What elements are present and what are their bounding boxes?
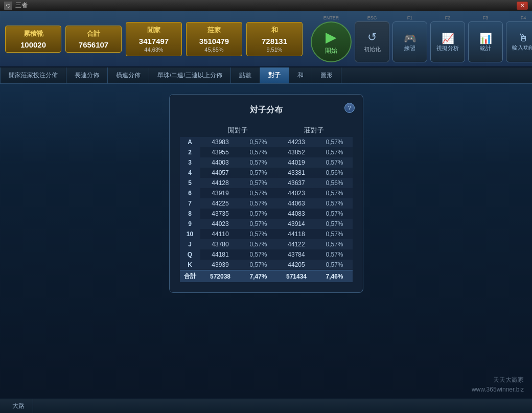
tab-chart[interactable]: 圖形 — [312, 67, 341, 83]
player-pct: 0,57% — [241, 260, 276, 270]
tab-wide-dist[interactable]: 橫連分佈 — [108, 67, 149, 83]
row-label: 6 — [180, 188, 200, 198]
watermark: 天天大贏家 www.365winner.biz — [472, 375, 524, 395]
player-count: 44128 — [200, 178, 241, 188]
player-pct: 0,57% — [241, 209, 276, 219]
player-count: 43735 — [200, 209, 241, 219]
stat-total-value: 7656107 — [79, 40, 108, 49]
banker-count: 44019 — [276, 157, 316, 168]
player-pct: 0,57% — [241, 239, 276, 249]
reset-button[interactable]: ↺ 初始化 — [355, 21, 389, 62]
banker-pct: 0,57% — [317, 260, 353, 270]
col-empty — [180, 124, 200, 137]
stats-button[interactable]: 📊 統計 — [468, 21, 503, 62]
row-label: 3 — [180, 157, 200, 168]
banker-count: 44205 — [276, 260, 316, 270]
watermark-line2: www.365winner.biz — [472, 385, 524, 395]
player-count: 43983 — [200, 137, 241, 147]
close-button[interactable]: ✕ — [517, 2, 528, 10]
total-label: 合計 — [180, 270, 200, 283]
table-row: 6 43919 0,57% 44023 0,57% — [180, 188, 353, 198]
player-pct: 0,57% — [241, 229, 276, 239]
stat-banker-title: 莊家 — [207, 26, 221, 35]
tab-pairs[interactable]: 對子 — [260, 67, 289, 83]
tab-single-dist[interactable]: 單珠/二連/三連以上分佈 — [149, 67, 231, 83]
player-count: 44003 — [200, 157, 241, 168]
player-count: 43955 — [200, 147, 241, 157]
input-icon: 🖱 — [518, 32, 528, 44]
row-label: 10 — [180, 229, 200, 239]
player-count: 43780 — [200, 239, 241, 249]
player-pct: 0,57% — [241, 178, 276, 188]
app-icon: 🛡 — [4, 2, 12, 10]
stat-tie: 和 728131 9,51% — [246, 22, 303, 56]
tab-bet-dist[interactable]: 閒家莊家投注分佈 — [0, 67, 66, 83]
main-content: 対子分布 ? 閒對子 莊對子 A 43983 0,57% 44233 0,57%… — [0, 84, 532, 303]
col-player-header: 閒對子 — [200, 124, 276, 137]
bottom-tab-road[interactable]: 大路 — [4, 399, 33, 413]
row-label: 9 — [180, 219, 200, 229]
table-row: 2 43955 0,57% 43852 0,57% — [180, 147, 353, 157]
table-row: 9 44023 0,57% 43914 0,57% — [180, 219, 353, 229]
banker-pct: 0,57% — [317, 188, 353, 198]
table-row: 3 44003 0,57% 44019 0,57% — [180, 157, 353, 168]
table-row: J 43780 0,57% 44122 0,57% — [180, 239, 353, 249]
input-button-label: 輸入功能 — [512, 44, 532, 52]
player-pct: 0,57% — [241, 198, 276, 209]
table-row: Q 44181 0,57% 43784 0,57% — [180, 249, 353, 260]
row-label: 5 — [180, 178, 200, 188]
analysis-button[interactable]: 📈 視擬分析 — [430, 21, 465, 62]
analysis-button-label: 視擬分析 — [436, 44, 459, 52]
banker-count: 43914 — [276, 219, 316, 229]
stats-button-label: 統計 — [480, 44, 491, 52]
row-label: 8 — [180, 209, 200, 219]
table-row: 10 44110 0,57% 44118 0,57% — [180, 229, 353, 239]
row-label: K — [180, 260, 200, 270]
input-button[interactable]: 🖱 輸入功能 — [506, 21, 532, 62]
nav-tabs: 閒家莊家投注分佈 長連分佈 橫連分佈 單珠/二連/三連以上分佈 點數 對子 和 … — [0, 67, 532, 84]
practice-button[interactable]: 🎮 練習 — [392, 21, 427, 62]
banker-pct: 0,57% — [317, 198, 353, 209]
stat-player-pct: 44,63% — [144, 47, 163, 53]
stat-cumulative-value: 100020 — [20, 40, 46, 49]
table-row: 8 43735 0,57% 44083 0,57% — [180, 209, 353, 219]
col-banker-header: 莊對子 — [276, 124, 352, 137]
player-pct: 0,57% — [241, 219, 276, 229]
help-button[interactable]: ? — [344, 103, 355, 113]
tab-points[interactable]: 點數 — [231, 67, 260, 83]
f1-key-label: F1 — [407, 15, 413, 20]
table-row: 5 44128 0,57% 43637 0,56% — [180, 178, 353, 188]
watermark-line1: 天天大贏家 — [472, 375, 524, 385]
player-pct: 0,57% — [241, 168, 276, 178]
banker-pct: 0,57% — [317, 229, 353, 239]
banker-count: 43381 — [276, 168, 316, 178]
stats-icon: 📊 — [479, 32, 492, 44]
stat-tie-pct: 9,51% — [266, 47, 282, 53]
banker-count: 44233 — [276, 137, 316, 147]
banker-count: 44118 — [276, 229, 316, 239]
practice-icon: 🎮 — [404, 32, 417, 44]
bottom-bar: 大路 — [0, 399, 532, 413]
total-player-count: 572038 — [200, 270, 241, 283]
banker-pct: 0,57% — [317, 209, 353, 219]
total-player-pct: 7,47% — [241, 270, 276, 283]
distribution-table: 閒對子 莊對子 A 43983 0,57% 44233 0,57% 2 4395… — [180, 124, 353, 282]
esc-key-label: ESC — [367, 15, 377, 20]
start-button-label: 開始 — [325, 47, 337, 55]
start-button[interactable]: ▶ 開始 — [311, 21, 352, 62]
player-count: 43939 — [200, 260, 241, 270]
banker-pct: 0,57% — [317, 157, 353, 168]
stat-cumulative: 累積靴 100020 — [5, 26, 61, 53]
tab-long-dist[interactable]: 長連分佈 — [66, 67, 108, 83]
tab-tie[interactable]: 和 — [289, 67, 312, 83]
stat-player-title: 閒家 — [147, 26, 160, 35]
row-label: A — [180, 137, 200, 147]
total-banker-count: 571434 — [276, 270, 316, 283]
player-pct: 0,57% — [241, 157, 276, 168]
banker-pct: 0,57% — [317, 147, 353, 157]
banker-count: 44122 — [276, 239, 316, 249]
stat-banker-pct: 45,85% — [204, 47, 223, 53]
player-pct: 0,57% — [241, 249, 276, 260]
player-count: 44057 — [200, 168, 241, 178]
total-row: 合計 572038 7,47% 571434 7,46% — [180, 270, 353, 283]
